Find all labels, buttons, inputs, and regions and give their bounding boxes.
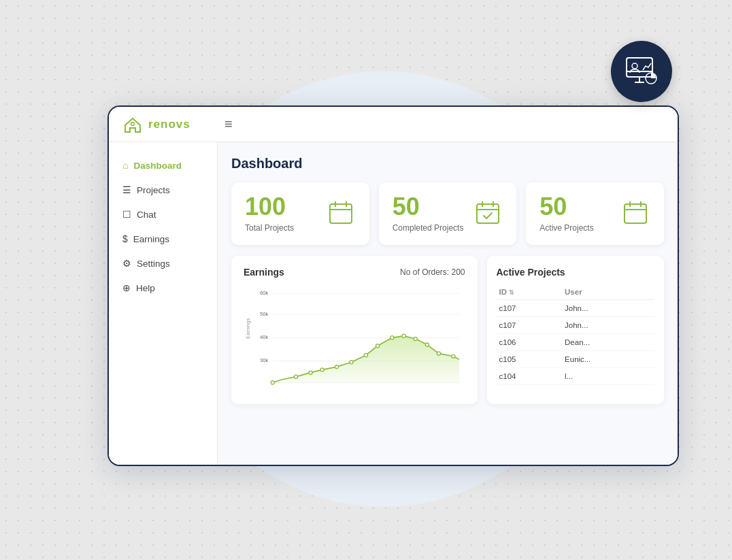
badge-icon <box>622 52 661 90</box>
sidebar-label-settings: Settings <box>137 259 170 269</box>
orders-badge: No of Orders: 200 <box>400 267 465 277</box>
y-label-40k: 40k <box>260 334 269 340</box>
data-point <box>402 334 405 337</box>
data-point <box>414 337 417 340</box>
cell-user: Dean... <box>562 334 654 351</box>
cell-user: John... <box>562 300 654 317</box>
sidebar-item-earnings[interactable]: $ Earnings <box>109 227 217 251</box>
logo-icon <box>122 114 143 135</box>
svg-point-4 <box>632 63 637 69</box>
table-header: ID ⇅ User <box>497 284 655 300</box>
calendar-icon-total <box>326 197 356 230</box>
cell-id: c105 <box>497 351 563 368</box>
active-label: Active Projects <box>539 223 593 233</box>
completed-number: 50 <box>393 195 464 219</box>
document-icon: ☰ <box>122 184 131 195</box>
calendar-icon-active <box>620 197 650 230</box>
data-point <box>364 353 367 357</box>
sidebar-label-chat: Chat <box>137 210 156 220</box>
earnings-title: Earnings <box>244 267 284 278</box>
sidebar-label-help: Help <box>136 283 155 293</box>
sort-icon-id[interactable]: ⇅ <box>509 289 514 296</box>
col-user: User <box>562 284 654 300</box>
sidebar-item-help[interactable]: ⊕ Help <box>109 276 217 300</box>
data-point <box>350 361 353 364</box>
total-number: 100 <box>245 195 294 219</box>
help-icon: ⊕ <box>122 282 131 293</box>
total-label: Total Projects <box>245 223 294 233</box>
sidebar-item-projects[interactable]: ☰ Projects <box>109 178 217 202</box>
main-window: renovs ≡ ⌂ Dashboard ☰ Projects ☐ Chat $… <box>107 105 679 466</box>
data-point <box>320 368 324 372</box>
cell-id: c104 <box>497 368 563 385</box>
svg-rect-11 <box>477 204 499 223</box>
content-area: Dashboard 100 Total Projects <box>218 142 678 465</box>
stat-cards: 100 Total Projects <box>231 182 664 245</box>
chart-container: 60k 50k 40k 30k Earnings <box>244 284 465 393</box>
active-projects-title: Active Projects <box>497 267 655 278</box>
earnings-header: Earnings No of Orders: 200 <box>244 267 465 278</box>
sidebar-label-earnings: Earnings <box>133 234 169 244</box>
table-row: c104 l... <box>497 368 655 385</box>
table-row: c105 Eunic... <box>497 351 655 368</box>
main-layout: ⌂ Dashboard ☰ Projects ☐ Chat $ Earnings… <box>109 142 678 465</box>
data-point <box>271 381 274 384</box>
sidebar-item-dashboard[interactable]: ⌂ Dashboard <box>109 153 217 178</box>
stat-left-active: 50 Active Projects <box>539 195 593 233</box>
data-point <box>425 343 429 346</box>
logo-text: renovs <box>148 118 190 131</box>
stat-card-total: 100 Total Projects <box>231 182 369 245</box>
data-point <box>309 371 312 374</box>
earnings-card: Earnings No of Orders: 200 60k 50k 40k 3… <box>231 256 478 404</box>
stat-card-active: 50 Active Projects <box>526 182 664 245</box>
cell-id: c107 <box>497 300 563 317</box>
table-row: c106 Dean... <box>497 334 655 351</box>
home-icon: ⌂ <box>122 160 128 171</box>
dollar-icon: $ <box>122 233 128 244</box>
completed-label: Completed Projects <box>393 223 464 233</box>
logo-area: renovs <box>122 114 218 135</box>
sidebar-item-settings[interactable]: ⚙ Settings <box>109 251 217 276</box>
svg-point-6 <box>131 122 135 125</box>
top-bar: renovs ≡ <box>109 107 678 142</box>
table-body: c107 John... c107 John... c106 Dean... <box>497 300 655 385</box>
table-row: c107 John... <box>497 300 655 317</box>
sidebar-label-projects: Projects <box>137 185 170 195</box>
cell-user: Eunic... <box>562 351 654 368</box>
cell-user: John... <box>562 317 654 334</box>
bottom-row: Earnings No of Orders: 200 60k 50k 40k 3… <box>231 256 664 404</box>
y-label-30k: 30k <box>260 357 269 363</box>
hamburger-button[interactable]: ≡ <box>224 116 233 132</box>
active-projects-card: Active Projects ID ⇅ User <box>487 256 665 404</box>
y-label-50k: 50k <box>260 311 269 317</box>
y-label-60k: 60k <box>260 290 269 296</box>
data-point <box>376 344 379 348</box>
earnings-chart: 60k 50k 40k 30k Earnings <box>244 284 465 393</box>
cell-id: c106 <box>497 334 563 351</box>
projects-table: ID ⇅ User c107 John... <box>497 284 655 385</box>
data-point <box>390 336 394 340</box>
gear-icon: ⚙ <box>122 258 131 269</box>
y-axis-title: Earnings <box>245 318 251 339</box>
sidebar: ⌂ Dashboard ☰ Projects ☐ Chat $ Earnings… <box>109 142 218 465</box>
stat-left-completed: 50 Completed Projects <box>393 195 464 233</box>
corner-badge <box>611 41 672 102</box>
chat-icon: ☐ <box>122 209 131 220</box>
svg-rect-7 <box>330 204 352 223</box>
cell-id: c107 <box>497 317 563 334</box>
col-id: ID ⇅ <box>497 284 563 300</box>
sidebar-label-dashboard: Dashboard <box>133 161 182 171</box>
data-point <box>437 352 440 355</box>
active-number: 50 <box>539 195 593 219</box>
stat-card-completed: 50 Completed Projects <box>379 182 517 245</box>
svg-rect-15 <box>625 204 646 223</box>
calendar-check-icon <box>473 197 503 230</box>
data-point <box>335 365 338 369</box>
cell-user: l... <box>562 368 654 385</box>
stat-left-total: 100 Total Projects <box>245 195 294 233</box>
data-point <box>452 355 455 358</box>
table-row: c107 John... <box>497 317 655 334</box>
sidebar-item-chat[interactable]: ☐ Chat <box>109 202 217 227</box>
data-point <box>295 375 298 378</box>
page-title: Dashboard <box>231 156 664 171</box>
